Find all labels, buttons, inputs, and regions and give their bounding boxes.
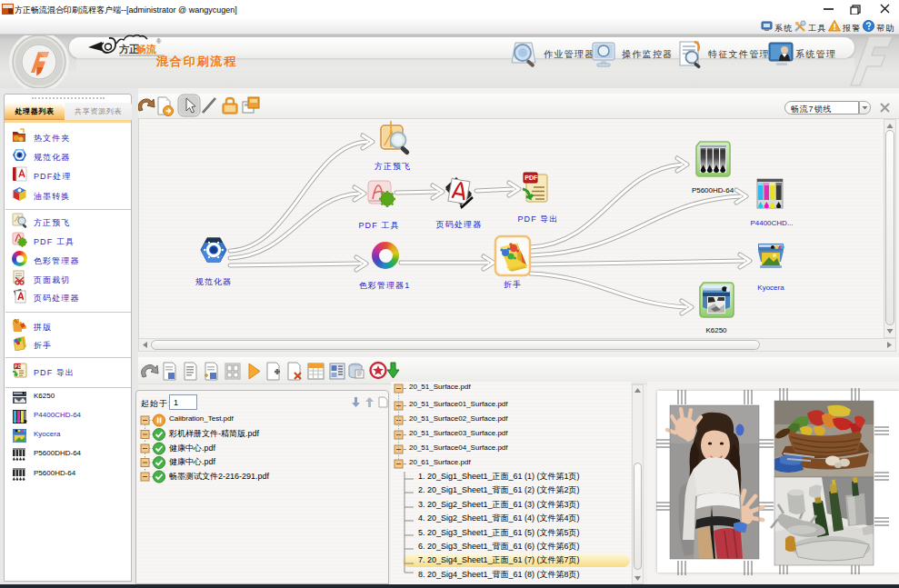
- svg-text:PDF: PDF: [15, 364, 25, 369]
- svg-text:畅流: 畅流: [136, 44, 156, 55]
- svg-text:PDF: PDF: [524, 174, 538, 181]
- svg-text:®: ®: [156, 38, 162, 45]
